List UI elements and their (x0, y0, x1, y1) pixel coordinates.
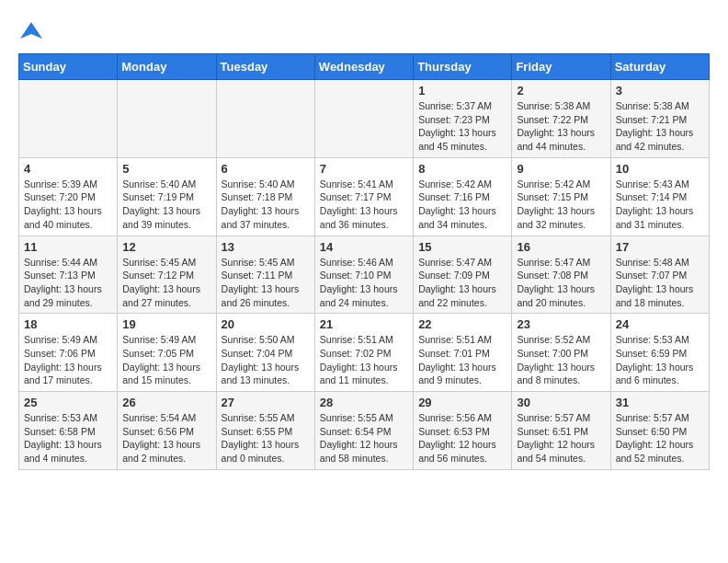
day-info: Sunrise: 5:44 AM Sunset: 7:13 PM Dayligh… (24, 256, 112, 310)
calendar-cell: 17Sunrise: 5:48 AM Sunset: 7:07 PM Dayli… (610, 236, 709, 314)
calendar-header: SundayMondayTuesdayWednesdayThursdayFrid… (19, 54, 710, 80)
day-info: Sunrise: 5:57 AM Sunset: 6:51 PM Dayligh… (517, 411, 605, 465)
day-info: Sunrise: 5:49 AM Sunset: 7:06 PM Dayligh… (24, 333, 112, 387)
day-number: 31 (616, 396, 704, 409)
calendar-cell: 27Sunrise: 5:55 AM Sunset: 6:55 PM Dayli… (216, 392, 314, 470)
day-info: Sunrise: 5:38 AM Sunset: 7:21 PM Dayligh… (616, 99, 704, 154)
calendar-cell: 11Sunrise: 5:44 AM Sunset: 7:13 PM Dayli… (19, 236, 118, 314)
day-info: Sunrise: 5:51 AM Sunset: 7:01 PM Dayligh… (418, 333, 506, 387)
day-number: 18 (24, 317, 112, 331)
day-number: 25 (24, 396, 112, 409)
calendar-body: 1Sunrise: 5:37 AM Sunset: 7:23 PM Daylig… (19, 80, 710, 470)
calendar-cell: 26Sunrise: 5:54 AM Sunset: 6:56 PM Dayli… (118, 392, 216, 470)
day-info: Sunrise: 5:49 AM Sunset: 7:05 PM Dayligh… (122, 333, 210, 387)
day-number: 3 (616, 84, 704, 98)
week-row-5: 25Sunrise: 5:53 AM Sunset: 6:58 PM Dayli… (19, 392, 710, 470)
day-info: Sunrise: 5:42 AM Sunset: 7:16 PM Dayligh… (418, 178, 506, 232)
calendar-cell: 24Sunrise: 5:53 AM Sunset: 6:59 PM Dayli… (610, 314, 709, 392)
calendar-cell: 10Sunrise: 5:43 AM Sunset: 7:14 PM Dayli… (610, 157, 709, 236)
day-number: 10 (616, 162, 704, 176)
day-number: 13 (222, 240, 310, 254)
day-number: 20 (222, 317, 310, 331)
day-number: 29 (418, 396, 506, 409)
day-number: 5 (122, 162, 210, 176)
day-info: Sunrise: 5:39 AM Sunset: 7:20 PM Dayligh… (24, 178, 112, 232)
day-info: Sunrise: 5:46 AM Sunset: 7:10 PM Dayligh… (320, 256, 408, 310)
day-number: 2 (517, 84, 605, 98)
day-number: 19 (122, 317, 210, 331)
weekday-header-friday: Friday (512, 54, 610, 80)
day-number: 23 (517, 317, 605, 331)
calendar-cell: 19Sunrise: 5:49 AM Sunset: 7:05 PM Dayli… (118, 314, 216, 392)
week-row-3: 11Sunrise: 5:44 AM Sunset: 7:13 PM Dayli… (19, 236, 710, 314)
day-number: 14 (320, 240, 408, 254)
day-number: 4 (24, 162, 112, 176)
logo (18, 18, 50, 44)
day-info: Sunrise: 5:45 AM Sunset: 7:11 PM Dayligh… (222, 256, 310, 310)
day-number: 6 (222, 162, 310, 176)
day-number: 12 (122, 240, 210, 254)
calendar-cell: 28Sunrise: 5:55 AM Sunset: 6:54 PM Dayli… (314, 392, 413, 470)
calendar-cell: 1Sunrise: 5:37 AM Sunset: 7:23 PM Daylig… (414, 80, 512, 158)
calendar-cell: 6Sunrise: 5:40 AM Sunset: 7:18 PM Daylig… (216, 157, 314, 236)
day-info: Sunrise: 5:54 AM Sunset: 6:56 PM Dayligh… (122, 411, 210, 465)
day-info: Sunrise: 5:57 AM Sunset: 6:50 PM Dayligh… (616, 411, 704, 465)
svg-marker-0 (20, 22, 42, 39)
calendar-cell: 20Sunrise: 5:50 AM Sunset: 7:04 PM Dayli… (216, 314, 314, 392)
day-number: 27 (222, 396, 310, 409)
day-number: 28 (320, 396, 408, 409)
day-number: 30 (517, 396, 605, 409)
day-number: 15 (418, 240, 506, 254)
day-number: 21 (320, 317, 408, 331)
calendar-cell: 9Sunrise: 5:42 AM Sunset: 7:15 PM Daylig… (512, 157, 610, 236)
weekday-header-wednesday: Wednesday (314, 54, 413, 80)
calendar-cell: 3Sunrise: 5:38 AM Sunset: 7:21 PM Daylig… (610, 80, 709, 158)
day-number: 26 (122, 396, 210, 409)
calendar-cell: 8Sunrise: 5:42 AM Sunset: 7:16 PM Daylig… (414, 157, 512, 236)
day-info: Sunrise: 5:45 AM Sunset: 7:12 PM Dayligh… (122, 256, 210, 310)
weekday-header-tuesday: Tuesday (216, 54, 314, 80)
day-info: Sunrise: 5:41 AM Sunset: 7:17 PM Dayligh… (320, 178, 408, 232)
calendar-cell: 4Sunrise: 5:39 AM Sunset: 7:20 PM Daylig… (19, 157, 118, 236)
day-info: Sunrise: 5:48 AM Sunset: 7:07 PM Dayligh… (616, 256, 704, 310)
calendar-cell: 21Sunrise: 5:51 AM Sunset: 7:02 PM Dayli… (314, 314, 413, 392)
day-info: Sunrise: 5:56 AM Sunset: 6:53 PM Dayligh… (418, 411, 506, 465)
calendar-cell: 16Sunrise: 5:47 AM Sunset: 7:08 PM Dayli… (512, 236, 610, 314)
calendar-cell: 12Sunrise: 5:45 AM Sunset: 7:12 PM Dayli… (118, 236, 216, 314)
day-info: Sunrise: 5:55 AM Sunset: 6:54 PM Dayligh… (320, 411, 408, 465)
day-info: Sunrise: 5:47 AM Sunset: 7:09 PM Dayligh… (418, 256, 506, 310)
calendar-cell: 22Sunrise: 5:51 AM Sunset: 7:01 PM Dayli… (414, 314, 512, 392)
calendar-cell: 15Sunrise: 5:47 AM Sunset: 7:09 PM Dayli… (414, 236, 512, 314)
calendar-cell (19, 80, 118, 158)
calendar-cell: 25Sunrise: 5:53 AM Sunset: 6:58 PM Dayli… (19, 392, 118, 470)
day-info: Sunrise: 5:43 AM Sunset: 7:14 PM Dayligh… (616, 178, 704, 232)
day-info: Sunrise: 5:42 AM Sunset: 7:15 PM Dayligh… (517, 178, 605, 232)
day-info: Sunrise: 5:40 AM Sunset: 7:18 PM Dayligh… (222, 178, 310, 232)
calendar-cell: 31Sunrise: 5:57 AM Sunset: 6:50 PM Dayli… (610, 392, 709, 470)
day-number: 16 (517, 240, 605, 254)
day-info: Sunrise: 5:55 AM Sunset: 6:55 PM Dayligh… (222, 411, 310, 465)
calendar-cell (314, 80, 413, 158)
calendar-cell: 7Sunrise: 5:41 AM Sunset: 7:17 PM Daylig… (314, 157, 413, 236)
day-info: Sunrise: 5:53 AM Sunset: 6:58 PM Dayligh… (24, 411, 112, 465)
day-info: Sunrise: 5:50 AM Sunset: 7:04 PM Dayligh… (222, 333, 310, 387)
week-row-4: 18Sunrise: 5:49 AM Sunset: 7:06 PM Dayli… (19, 314, 710, 392)
day-info: Sunrise: 5:38 AM Sunset: 7:22 PM Dayligh… (517, 99, 605, 154)
calendar-cell (118, 80, 216, 158)
day-info: Sunrise: 5:37 AM Sunset: 7:23 PM Dayligh… (418, 99, 506, 154)
weekday-header-sunday: Sunday (19, 54, 118, 80)
week-row-2: 4Sunrise: 5:39 AM Sunset: 7:20 PM Daylig… (19, 157, 710, 236)
day-number: 11 (24, 240, 112, 254)
day-info: Sunrise: 5:47 AM Sunset: 7:08 PM Dayligh… (517, 256, 605, 310)
calendar-cell: 13Sunrise: 5:45 AM Sunset: 7:11 PM Dayli… (216, 236, 314, 314)
calendar-cell: 30Sunrise: 5:57 AM Sunset: 6:51 PM Dayli… (512, 392, 610, 470)
calendar-cell (216, 80, 314, 158)
week-row-1: 1Sunrise: 5:37 AM Sunset: 7:23 PM Daylig… (19, 80, 710, 158)
day-number: 8 (418, 162, 506, 176)
day-info: Sunrise: 5:52 AM Sunset: 7:00 PM Dayligh… (517, 333, 605, 387)
day-number: 1 (418, 84, 506, 98)
day-number: 22 (418, 317, 506, 331)
logo-bird-icon (18, 18, 44, 44)
header (18, 18, 710, 44)
calendar-cell: 18Sunrise: 5:49 AM Sunset: 7:06 PM Dayli… (19, 314, 118, 392)
